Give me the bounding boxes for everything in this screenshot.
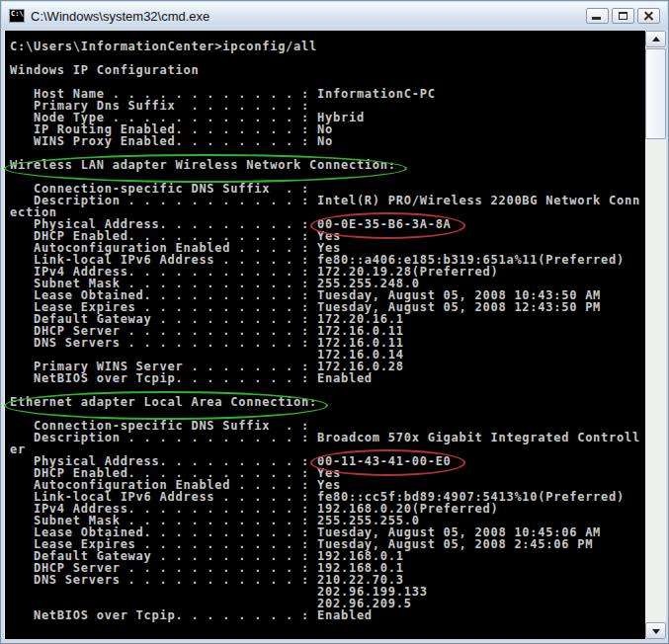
scroll-down-button[interactable] bbox=[645, 622, 666, 639]
console-output[interactable]: C:\Users\InformationCenter>ipconfig/all … bbox=[5, 31, 645, 621]
scroll-up-button[interactable] bbox=[645, 31, 666, 47]
close-button[interactable] bbox=[637, 8, 660, 24]
cmd-window: C:\ C:\Windows\system32\cmd.exe C:\Users… bbox=[0, 0, 669, 644]
console-area[interactable]: C:\Users\InformationCenter>ipconfig/all … bbox=[5, 31, 645, 639]
vertical-scrollbar[interactable] bbox=[645, 31, 666, 639]
maximize-button[interactable] bbox=[612, 8, 634, 24]
title-bar[interactable]: C:\ C:\Windows\system32\cmd.exe bbox=[2, 2, 667, 30]
scrollbar-thumb[interactable] bbox=[645, 48, 666, 139]
window-controls bbox=[586, 8, 660, 24]
minimize-icon bbox=[592, 17, 601, 20]
down-arrow-icon bbox=[652, 629, 660, 634]
up-arrow-icon bbox=[652, 37, 660, 41]
minimize-button[interactable] bbox=[586, 8, 609, 24]
window-title: C:\Windows\system32\cmd.exe bbox=[31, 9, 586, 24]
cmd-app-icon[interactable]: C:\ bbox=[9, 9, 25, 23]
maximize-icon bbox=[619, 12, 627, 20]
